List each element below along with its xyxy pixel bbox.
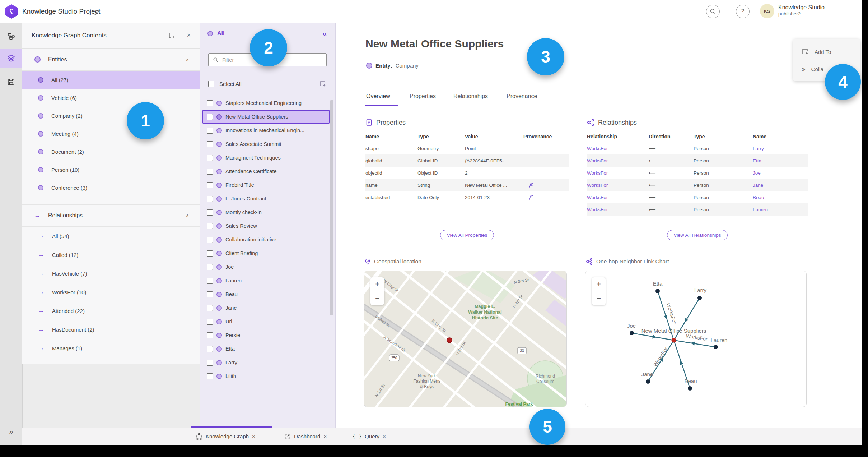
entity-link[interactable]: Lauren — [753, 203, 768, 216]
list-item[interactable]: Montly check-in — [202, 206, 330, 219]
item-checkbox[interactable] — [207, 264, 213, 270]
list-item[interactable]: Staplers Mechanical Engineering — [202, 96, 330, 110]
help-button[interactable]: ? — [736, 5, 750, 18]
relationship-type-manages[interactable]: → Manages (1) — [22, 339, 200, 357]
list-item[interactable]: Larry — [202, 356, 330, 369]
item-checkbox[interactable] — [207, 250, 213, 257]
close-tab-icon[interactable]: × — [383, 433, 386, 439]
tab-properties[interactable]: Properties — [410, 93, 436, 102]
relationship-link[interactable]: WorksFor — [587, 179, 608, 191]
geospatial-map[interactable]: + − — [364, 271, 567, 407]
item-checkbox[interactable] — [207, 209, 213, 216]
relationship-link[interactable]: WorksFor — [587, 167, 608, 179]
zoom-out-button[interactable]: − — [592, 291, 606, 305]
entity-type-company[interactable]: Company (2) — [22, 107, 200, 125]
relationship-type-hasvehicle[interactable]: → HasVehicle (7) — [22, 264, 200, 283]
add-to-map-button[interactable] — [167, 30, 177, 41]
item-checkbox[interactable] — [207, 155, 213, 161]
list-item[interactable]: Innovations in Mechanical Engin... — [202, 124, 330, 137]
add-selection-button[interactable] — [317, 78, 328, 89]
add-to-button[interactable]: Add To — [802, 47, 831, 57]
entity-link[interactable]: Etta — [753, 154, 761, 167]
select-all-checkbox[interactable] — [208, 81, 214, 87]
relationships-section-header[interactable]: → Relationships ∧ — [22, 204, 200, 227]
item-checkbox[interactable] — [207, 332, 213, 338]
search-button[interactable] — [706, 5, 720, 18]
relationship-link[interactable]: WorksFor — [587, 154, 608, 167]
list-item[interactable]: Joe — [202, 260, 330, 274]
entity-type-meeting[interactable]: Meeting (4) — [22, 125, 200, 143]
relationship-type-worksfor[interactable]: → WorksFor (10) — [22, 283, 200, 301]
map-canvas[interactable]: 250 33 k Rd W Clay St E Clay St arshall … — [364, 271, 566, 407]
list-item[interactable]: Etta — [202, 342, 330, 356]
tab-relationships[interactable]: Relationships — [453, 93, 488, 102]
item-checkbox[interactable] — [207, 360, 213, 366]
close-panel-button[interactable]: × — [187, 32, 191, 39]
relationship-link[interactable]: WorksFor — [587, 191, 608, 203]
relationship-type-called[interactable]: → Called (12) — [22, 245, 200, 264]
list-item[interactable]: Lauren — [202, 274, 330, 287]
item-checkbox[interactable] — [207, 305, 213, 311]
save-rail-button[interactable] — [0, 72, 22, 92]
close-tab-icon[interactable]: × — [323, 433, 327, 439]
list-item[interactable]: Lilith — [202, 369, 330, 383]
entity-type-conference[interactable]: Conference (3) — [22, 179, 200, 197]
item-checkbox[interactable] — [207, 278, 213, 284]
item-checkbox[interactable] — [207, 182, 213, 188]
entity-link[interactable]: Joe — [753, 167, 761, 179]
entity-type-all[interactable]: All (27) — [22, 71, 200, 89]
collapse-button[interactable]: » Colla — [802, 64, 823, 74]
list-item[interactable]: Persie — [202, 328, 330, 342]
list-item[interactable]: Collaboration initiative — [202, 233, 330, 246]
entities-section-header[interactable]: Entities ∧ — [22, 49, 200, 71]
layers-rail-button[interactable] — [0, 49, 22, 68]
list-item[interactable]: Firebird Title — [202, 178, 330, 192]
list-item[interactable]: Sales Associate Summit — [202, 137, 330, 151]
tab-provenance[interactable]: Provenance — [507, 93, 537, 102]
chevron-up-icon[interactable]: ∧ — [186, 57, 189, 63]
entity-link[interactable]: Beau — [753, 191, 764, 203]
collapse-panel-icon[interactable]: « — [322, 29, 327, 38]
item-checkbox[interactable] — [207, 291, 213, 297]
item-checkbox[interactable] — [207, 100, 213, 106]
zoom-out-button[interactable]: − — [370, 291, 384, 305]
relationship-link[interactable]: WorksFor — [587, 203, 608, 216]
linkchart-canvas[interactable]: Etta Larry Joe Lauren Jane Beau New Meta… — [585, 271, 806, 407]
entity-link[interactable]: Jane — [753, 179, 763, 191]
list-item[interactable]: Sales Review — [202, 219, 330, 233]
item-checkbox[interactable] — [207, 223, 213, 229]
zoom-in-button[interactable]: + — [370, 277, 384, 291]
entity-type-vehicle[interactable]: Vehicle (6) — [22, 89, 200, 107]
item-checkbox[interactable] — [207, 373, 213, 379]
list-item[interactable]: Beau — [202, 287, 330, 301]
item-checkbox[interactable] — [207, 114, 213, 120]
item-checkbox[interactable] — [207, 169, 213, 175]
list-item[interactable]: Client Briefing — [202, 246, 330, 260]
entity-type-document[interactable]: Document (2) — [22, 143, 200, 161]
entity-link[interactable]: Larry — [753, 142, 764, 154]
list-scrollbar[interactable] — [330, 100, 333, 315]
edit-title-button[interactable] — [93, 6, 102, 16]
list-item[interactable]: Attendance Certificate — [202, 165, 330, 178]
tab-dashboard[interactable]: Dashboard × — [284, 428, 327, 445]
item-checkbox[interactable] — [207, 196, 213, 202]
link-chart[interactable]: + − — [585, 271, 807, 407]
tab-query[interactable]: { } Query × — [353, 428, 386, 445]
relationship-type-attended[interactable]: → Attended (22) — [22, 301, 200, 320]
relationship-type-hasdocument[interactable]: → HasDocument (2) — [22, 320, 200, 339]
tab-overview[interactable]: Overview — [366, 93, 390, 102]
expand-rail-button[interactable]: » — [0, 424, 22, 439]
item-checkbox[interactable] — [207, 319, 213, 325]
zoom-in-button[interactable]: + — [592, 277, 606, 291]
item-checkbox[interactable] — [207, 128, 213, 134]
entity-type-person[interactable]: Person (10) — [22, 161, 200, 179]
center-node[interactable] — [672, 338, 676, 343]
close-tab-icon[interactable]: × — [252, 433, 255, 439]
data-model-rail-button[interactable] — [0, 27, 22, 46]
list-item[interactable]: Uri — [202, 315, 330, 328]
view-all-relationships-button[interactable]: View All Relationships — [667, 230, 728, 240]
list-item[interactable]: L. Jones Contract — [202, 192, 330, 206]
view-all-properties-button[interactable]: View All Properties — [440, 230, 494, 240]
provenance-flag-icon[interactable] — [528, 179, 534, 191]
avatar[interactable]: KS — [760, 4, 774, 18]
